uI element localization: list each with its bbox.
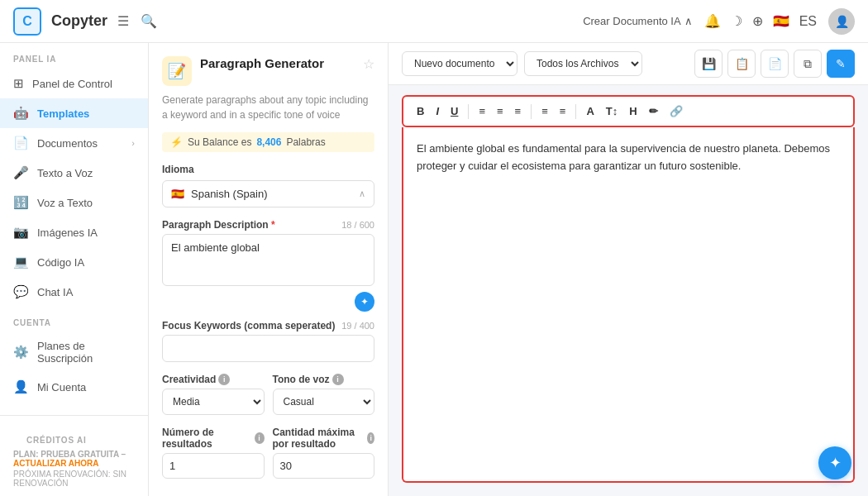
- sidebar-item-documentos[interactable]: 📄 Documentos ›: [0, 128, 148, 158]
- tono-info-icon[interactable]: i: [332, 374, 344, 385]
- sidebar-label-codigo-ia: Código IA: [37, 256, 84, 269]
- lang-code: ES: [799, 14, 817, 29]
- sidebar-label-documentos: Documentos: [37, 137, 98, 150]
- sidebar-item-codigo-ia[interactable]: 💻 Código IA: [0, 247, 148, 277]
- pen-button[interactable]: ✏: [646, 103, 661, 119]
- italic-button[interactable]: I: [432, 103, 442, 119]
- copy-icon-button[interactable]: 📋: [727, 50, 756, 78]
- archive-select[interactable]: Todos los Archivos: [524, 51, 642, 76]
- ai-badge[interactable]: ✦: [355, 292, 374, 312]
- align-right-button[interactable]: ≡: [512, 103, 525, 119]
- save-icon-button[interactable]: 💾: [694, 50, 723, 78]
- heading-button[interactable]: H: [626, 103, 640, 119]
- topnav: C Copyter ☰ 🔍 Crear Documento IA ∧ 🔔 ☽ ⊕…: [0, 0, 868, 43]
- voice-icon: 🔢: [13, 195, 29, 210]
- language-select[interactable]: 🇪🇸 Spanish (Spain) ∧: [162, 180, 374, 207]
- ai-fab-button[interactable]: ✦: [818, 446, 851, 479]
- tono-select[interactable]: Formal Casual Amigable: [273, 389, 375, 415]
- align-left-button[interactable]: ≡: [475, 103, 489, 119]
- font-size-button[interactable]: T↕: [603, 103, 621, 119]
- sidebar-section-panel: PANEL IA: [0, 43, 148, 69]
- sidebar-item-voz-texto[interactable]: 🔢 Voz a Texto: [0, 188, 148, 217]
- paragraph-desc-input[interactable]: El ambiente global: [162, 234, 374, 286]
- sidebar-label-chat-ia: Chat IA: [37, 286, 73, 298]
- align-center-button[interactable]: ≡: [494, 103, 507, 119]
- lang-flag: 🇪🇸: [171, 188, 184, 200]
- creatividad-info-icon[interactable]: i: [218, 374, 230, 385]
- sidebar-item-planes[interactable]: ⚙️ Planes de Suscripción: [0, 332, 148, 372]
- upgrade-link[interactable]: ACTUALIZAR AHORA: [13, 459, 99, 468]
- moon-icon[interactable]: ☽: [731, 13, 742, 29]
- new-document-select[interactable]: Nuevo documento: [402, 51, 517, 76]
- editor-content[interactable]: El ambiente global es fundamental para l…: [402, 127, 855, 483]
- underline-button[interactable]: U: [447, 103, 461, 119]
- creatividad-group: Creatividad i Baja Media Alta: [162, 374, 265, 415]
- resultados-label: Número de resultados i: [162, 427, 265, 450]
- document-icon: 📄: [13, 136, 29, 150]
- sidebar-label-imagenes-ia: Imágenes IA: [37, 227, 98, 239]
- cantidad-input[interactable]: [273, 453, 375, 479]
- separator-2: [531, 104, 532, 119]
- sidebar: PANEL IA ⊞ Panel de Control 🤖 Templates …: [0, 43, 149, 496]
- avatar[interactable]: 👤: [828, 8, 855, 35]
- ai-badge-row: ✦: [162, 292, 374, 312]
- duplicate-icon-button[interactable]: ⧉: [794, 50, 822, 78]
- file-icon-button[interactable]: 📄: [761, 50, 789, 78]
- sidebar-item-imagenes-ia[interactable]: 📷 Imágenes IA: [0, 217, 148, 247]
- topnav-right: Crear Documento IA ∧ 🔔 ☽ ⊕ 🇪🇸 ES 👤: [583, 8, 855, 35]
- create-doc-button[interactable]: Crear Documento IA ∧: [583, 15, 693, 27]
- separator-3: [575, 104, 576, 119]
- camera-icon: 📷: [13, 225, 29, 240]
- list-unordered-button[interactable]: ≡: [556, 103, 570, 119]
- menu-icon[interactable]: ☰: [117, 13, 129, 29]
- editor-toolbar-top: Nuevo documento Todos los Archivos 💾 📋 📄…: [389, 43, 868, 85]
- focus-keywords-input[interactable]: ambiente, ecosistema: [162, 335, 374, 362]
- cantidad-label: Cantidad máxima por resultado i: [273, 427, 375, 450]
- link-button[interactable]: 🔗: [666, 103, 686, 119]
- separator-1: [468, 104, 469, 119]
- star-icon[interactable]: ☆: [363, 56, 374, 72]
- cantidad-info-icon[interactable]: i: [367, 432, 374, 444]
- sidebar-item-panel-control[interactable]: ⊞ Panel de Control: [0, 69, 148, 98]
- doc-select-row: Nuevo documento Todos los Archivos: [402, 51, 642, 76]
- resultados-info-icon[interactable]: i: [255, 432, 265, 444]
- balance-suffix: Palabras: [286, 136, 325, 148]
- editor-text: El ambiente global es fundamental para l…: [417, 141, 840, 175]
- search-icon[interactable]: 🔍: [141, 13, 157, 29]
- sidebar-item-templates[interactable]: 🤖 Templates: [0, 98, 148, 128]
- lang-name: Spanish (Spain): [191, 188, 268, 200]
- tono-group: Tono de voz i Formal Casual Amigable: [273, 374, 375, 415]
- num-results-row: Número de resultados i Cantidad máxima p…: [162, 427, 374, 479]
- settings-icon: ⚙️: [13, 345, 29, 360]
- sidebar-label-templates: Templates: [37, 107, 89, 120]
- topnav-action-icons: 🔔 ☽ ⊕ 🇪🇸 ES: [704, 13, 817, 29]
- edit-mode-button[interactable]: ✎: [827, 50, 855, 78]
- bold-button[interactable]: B: [413, 103, 427, 119]
- idioma-label: Idioma: [162, 164, 374, 175]
- balance-prefix: Su Balance es: [188, 136, 251, 148]
- plan-info: PLAN: PRUEBA GRATUITA – ACTUALIZAR AHORA…: [13, 450, 135, 488]
- paragraph-desc-row: Paragraph Description * 18 / 600: [162, 219, 374, 231]
- creatividad-tono-row: Creatividad i Baja Media Alta Tono de vo…: [162, 374, 374, 415]
- panel-title-area: Paragraph Generator: [200, 56, 355, 70]
- credits-section-label: CRÉDITOS AI: [13, 424, 135, 450]
- logo-name: Copyter: [51, 12, 107, 30]
- creatividad-select[interactable]: Baja Media Alta: [162, 389, 265, 415]
- panel-description: Generate paragraphs about any topic incl…: [162, 93, 374, 122]
- sidebar-item-texto-voz[interactable]: 🎤 Texto a Voz: [0, 158, 148, 188]
- sidebar-bottom: CRÉDITOS AI PLAN: PRUEBA GRATUITA – ACTU…: [0, 415, 148, 496]
- grid-icon[interactable]: ⊕: [752, 13, 763, 29]
- focus-keywords-count: 19 / 400: [341, 321, 374, 331]
- resultados-input[interactable]: [162, 453, 265, 479]
- bell-icon[interactable]: 🔔: [704, 13, 721, 29]
- logo-icon: C: [13, 7, 41, 36]
- user-icon: 👤: [13, 379, 29, 394]
- font-color-button[interactable]: A: [583, 103, 597, 119]
- panel-header: 📝 Paragraph Generator ☆: [162, 56, 374, 86]
- sidebar-item-mi-cuenta[interactable]: 👤 Mi Cuenta: [0, 372, 148, 402]
- chevron-right-icon: ›: [131, 138, 135, 148]
- resultados-group: Número de resultados i: [162, 427, 265, 479]
- sidebar-item-chat-ia[interactable]: 💬 Chat IA: [0, 277, 148, 307]
- list-ordered-button[interactable]: ≡: [538, 103, 551, 119]
- chevron-up-icon: ∧: [359, 188, 365, 199]
